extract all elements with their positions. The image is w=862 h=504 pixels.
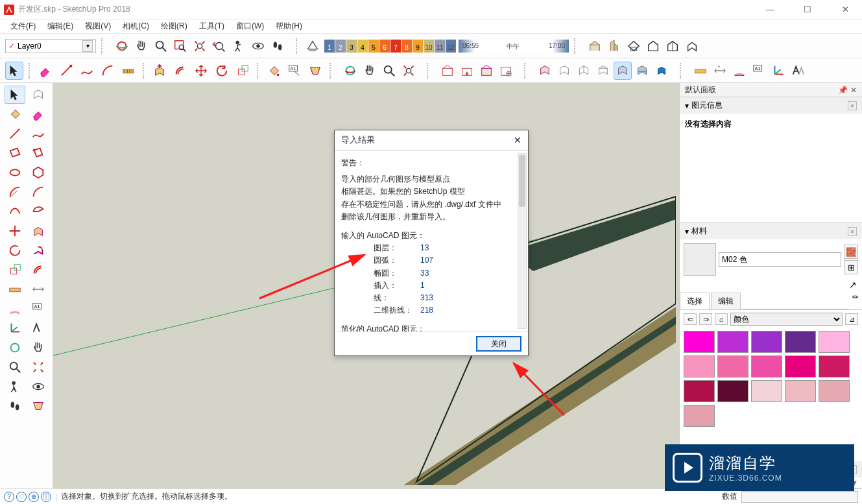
swatch[interactable] bbox=[785, 331, 816, 353]
menu-draw[interactable]: 绘图(R) bbox=[157, 19, 191, 33]
month-10[interactable]: 10 bbox=[424, 40, 434, 53]
swatch[interactable] bbox=[819, 380, 850, 402]
dimension-icon[interactable]: * bbox=[711, 62, 729, 80]
material-category-select[interactable]: 颜色 bbox=[730, 313, 843, 326]
line-tool-icon[interactable] bbox=[57, 62, 75, 80]
solid-2-icon[interactable] bbox=[555, 62, 573, 80]
scale-icon[interactable] bbox=[233, 62, 252, 80]
create-material-icon[interactable]: 🧱 bbox=[844, 245, 858, 259]
zoom2-icon[interactable] bbox=[380, 62, 398, 80]
3dtext-icon[interactable] bbox=[789, 62, 807, 80]
menu-help[interactable]: 帮助(H) bbox=[272, 19, 306, 33]
materials-header[interactable]: ▾ 材料× bbox=[680, 223, 862, 239]
geo-icon[interactable]: ⊕ bbox=[29, 492, 39, 502]
circle-tool[interactable] bbox=[5, 163, 25, 182]
rotrect-tool[interactable] bbox=[28, 144, 49, 162]
info-icon[interactable]: ⓘ bbox=[41, 492, 51, 502]
swatch[interactable] bbox=[684, 405, 715, 427]
look-tool[interactable] bbox=[28, 378, 49, 396]
look-around-icon[interactable] bbox=[249, 37, 267, 55]
dialog-close-icon[interactable]: ✕ bbox=[514, 135, 521, 145]
position-cam-tool[interactable] bbox=[5, 378, 25, 396]
zoomext-tool[interactable] bbox=[28, 358, 49, 376]
section-close-icon[interactable]: × bbox=[848, 227, 857, 236]
user-icon[interactable]: ♡ bbox=[16, 492, 27, 502]
select-tool[interactable] bbox=[5, 86, 25, 104]
dialog-titlebar[interactable]: 导入结果 ✕ bbox=[335, 130, 528, 150]
material-swatch[interactable] bbox=[684, 243, 716, 276]
rotate-tool[interactable] bbox=[5, 241, 25, 259]
text-tool[interactable]: A1 bbox=[28, 300, 49, 318]
shadows-icon[interactable] bbox=[304, 37, 322, 55]
nav-home-icon[interactable]: ⌂ bbox=[715, 313, 728, 325]
house-icon-1[interactable] bbox=[586, 37, 604, 55]
swatch[interactable] bbox=[751, 380, 782, 402]
dialog-close-button[interactable]: 关闭 bbox=[476, 336, 521, 352]
section-tool[interactable] bbox=[28, 397, 49, 415]
orbit-icon[interactable] bbox=[113, 37, 131, 55]
month-3[interactable]: 3 bbox=[346, 40, 357, 53]
solid-7-icon[interactable] bbox=[652, 62, 671, 80]
sample-paint-icon[interactable]: ✏ bbox=[849, 293, 862, 309]
entity-info-header[interactable]: ▾ 图元信息× bbox=[680, 97, 862, 114]
zoom-window-icon[interactable] bbox=[171, 37, 189, 55]
nav-back-icon[interactable]: ⇐ bbox=[684, 313, 697, 325]
zoom-extents-icon[interactable] bbox=[191, 37, 209, 55]
tray-title[interactable]: 默认面板 📌✕ bbox=[680, 83, 862, 97]
house-icon-2[interactable] bbox=[605, 37, 623, 55]
walk-tool[interactable] bbox=[5, 397, 25, 415]
eyedropper-icon[interactable]: ↗ bbox=[849, 280, 857, 290]
solid-3-icon[interactable] bbox=[575, 62, 593, 80]
zoom-tool[interactable] bbox=[5, 358, 25, 376]
prev-view-icon[interactable] bbox=[210, 37, 228, 55]
nav-fwd-icon[interactable]: ⇒ bbox=[699, 313, 712, 325]
text2-icon[interactable]: A1 bbox=[750, 62, 768, 80]
rotate-icon[interactable] bbox=[213, 62, 231, 80]
warehouse-icon-3[interactable] bbox=[477, 62, 496, 80]
tape-tool[interactable] bbox=[5, 280, 25, 298]
3dtext-tool[interactable] bbox=[28, 319, 49, 337]
house-icon-6[interactable] bbox=[683, 37, 701, 55]
section-icon[interactable] bbox=[306, 62, 324, 80]
month-4[interactable]: 4 bbox=[357, 40, 368, 53]
maximize-button[interactable]: ☐ bbox=[795, 5, 820, 14]
protractor-icon[interactable] bbox=[730, 62, 748, 80]
swatch[interactable] bbox=[684, 380, 715, 402]
position-camera-icon[interactable] bbox=[230, 37, 248, 55]
tape2-icon[interactable] bbox=[691, 62, 710, 80]
swatch[interactable] bbox=[684, 355, 715, 378]
section-close-icon[interactable]: × bbox=[848, 101, 857, 110]
close-button[interactable]: ✕ bbox=[832, 5, 858, 14]
month-6[interactable]: 6 bbox=[379, 40, 390, 53]
nav-menu-icon[interactable]: ⊿ bbox=[845, 313, 858, 325]
time-slider[interactable]: 06:55 中午 17:00 bbox=[459, 40, 569, 53]
scrollbar-thumb[interactable] bbox=[519, 155, 525, 207]
house-icon-4[interactable] bbox=[644, 37, 662, 55]
arc2-tool[interactable] bbox=[28, 183, 49, 201]
freehand-icon[interactable] bbox=[78, 62, 96, 80]
swatch[interactable] bbox=[717, 331, 748, 353]
month-7[interactable]: 7 bbox=[390, 40, 401, 53]
offset-tool[interactable] bbox=[28, 261, 49, 279]
month-11[interactable]: 11 bbox=[435, 40, 445, 53]
ext-manager-icon[interactable] bbox=[497, 62, 515, 80]
swatch[interactable] bbox=[785, 380, 816, 402]
menu-camera[interactable]: 相机(C) bbox=[119, 19, 153, 33]
tab-select[interactable]: 选择 bbox=[680, 293, 710, 309]
swatch[interactable] bbox=[751, 355, 782, 378]
followme-tool[interactable] bbox=[28, 241, 49, 259]
tape-icon[interactable] bbox=[119, 62, 138, 80]
menu-view[interactable]: 视图(V) bbox=[81, 19, 115, 33]
move-tool[interactable] bbox=[5, 222, 25, 240]
eraser-tool[interactable] bbox=[28, 105, 49, 123]
month-2[interactable]: 2 bbox=[335, 40, 346, 53]
solid-5-icon[interactable] bbox=[614, 62, 632, 80]
menu-edit[interactable]: 编辑(E) bbox=[43, 19, 77, 33]
orbit-tool[interactable] bbox=[5, 339, 25, 357]
arc-tool[interactable] bbox=[5, 183, 25, 201]
offset-icon[interactable] bbox=[171, 62, 189, 80]
pan-hand-icon[interactable] bbox=[361, 62, 379, 80]
paint-tool[interactable] bbox=[5, 105, 25, 123]
protractor-tool[interactable] bbox=[5, 300, 25, 318]
swatch[interactable] bbox=[717, 355, 748, 378]
